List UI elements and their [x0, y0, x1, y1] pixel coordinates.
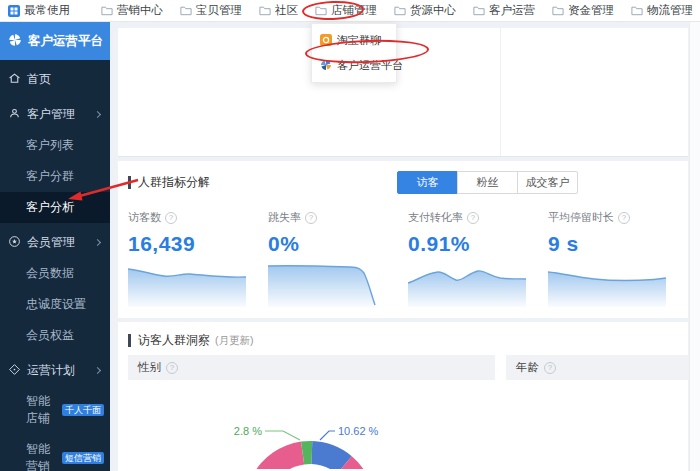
apps-grid-icon: [8, 5, 20, 17]
sidebar-item-smart-shop[interactable]: 智能店铺 千人千面: [0, 386, 110, 434]
metric-value: 0.91%: [408, 232, 548, 256]
dropdown-item-label: 客户运营平台: [337, 58, 403, 73]
metric-visitors: 访客数 ? 16,439: [128, 210, 268, 311]
badge-personalization: 千人千面: [62, 404, 104, 416]
sidebar-item-member-data[interactable]: 会员数据: [0, 258, 110, 289]
gender-donut-chart: 2.8 % 10.62 %: [128, 380, 495, 469]
home-icon: [8, 72, 21, 88]
diamond-icon: [8, 363, 21, 379]
user-icon: [8, 107, 21, 123]
metrics-section-header: 人群指标分解 访客 粉丝 成交客户: [118, 161, 688, 194]
sparkline-visitors: [128, 259, 246, 307]
info-icon[interactable]: ?: [544, 362, 556, 374]
sidebar-item-label: 智能店铺: [26, 393, 57, 427]
sidebar-item-label: 首页: [27, 71, 51, 88]
taobao-groups-icon: [320, 34, 332, 48]
topbar-item-label: 资金管理: [568, 3, 614, 18]
topbar-item-supply-center[interactable]: 货源中心: [394, 3, 456, 18]
sidebar-item-label: 客户分群: [26, 168, 74, 185]
sidebar-item-smart-marketing[interactable]: 智能营销 短信营销: [0, 434, 110, 471]
customer-operations-dropdown: 淘宝群聊 客户运营平台: [311, 23, 397, 83]
metric-avg-stay-duration: 平均停留时长 ? 9 s: [548, 210, 688, 311]
section-subtitle: (月更新): [215, 334, 254, 348]
sidebar-item-operation-plan[interactable]: 运营计划: [0, 355, 110, 386]
sidebar-item-label: 忠诚度设置: [26, 296, 86, 313]
section-title: 人群指标分解: [138, 174, 210, 191]
card-title: 性别: [138, 360, 161, 375]
section-accent-bar: [128, 176, 131, 189]
sidebar-item-customer-management[interactable]: 客户管理: [0, 99, 110, 130]
sparkline-avg-stay: [548, 259, 666, 307]
topbar-item-label: 最常使用: [24, 3, 70, 18]
folder-icon: [259, 5, 271, 16]
topbar-item-marketing-center[interactable]: 营销中心: [101, 3, 163, 18]
sidebar-item-customer-analysis[interactable]: 客户分析: [0, 192, 110, 223]
topbar-item-community[interactable]: 社区: [259, 3, 298, 18]
tab-visitors[interactable]: 访客: [397, 171, 458, 194]
chevron-right-icon: [94, 111, 101, 118]
topbar-item-label: 营销中心: [117, 3, 163, 18]
dropdown-item-label: 淘宝群聊: [337, 33, 381, 48]
folder-icon: [552, 5, 564, 16]
folder-icon: [473, 5, 485, 16]
pinwheel-logo-icon: [320, 59, 332, 73]
metric-label: 支付转化率: [408, 210, 463, 225]
sidebar-item-home[interactable]: 首页: [0, 64, 110, 95]
topbar-item-label: 宝贝管理: [196, 3, 242, 18]
topbar-item-funds-management[interactable]: 资金管理: [552, 3, 614, 18]
dropdown-item-taobao-groups[interactable]: 淘宝群聊: [312, 28, 396, 53]
topbar-item-shop-management[interactable]: 店铺管理: [315, 3, 377, 18]
section-title: 访客人群洞察: [138, 332, 210, 349]
sidebar-item-member-benefits[interactable]: 会员权益: [0, 320, 110, 351]
gender-chart-card: 性别 ? 2.8 % 10.62 %: [128, 355, 495, 469]
sidebar-item-label: 会员管理: [27, 234, 75, 251]
sidebar-item-customer-segmentation[interactable]: 客户分群: [0, 161, 110, 192]
insight-cards-row: 性别 ? 2.8 % 10.62 % 年龄 ?: [118, 349, 688, 469]
sidebar: 客户运营平台 首页 客户管理 客户列表 客户分群 客户分析 会员管理 会员数据 …: [0, 22, 110, 471]
sidebar-item-label: 客户管理: [27, 106, 75, 123]
age-chart-card: 年龄 ?: [506, 355, 688, 469]
tab-fans[interactable]: 粉丝: [457, 171, 518, 194]
gender-chart-body: 2.8 % 10.62 %: [128, 380, 495, 469]
sidebar-item-label: 运营计划: [27, 362, 75, 379]
folder-icon: [315, 5, 327, 16]
sidebar-nav: 首页 客户管理 客户列表 客户分群 客户分析 会员管理 会员数据 忠诚度设置 会…: [0, 60, 110, 471]
pinwheel-logo-icon: [8, 33, 22, 50]
sidebar-item-customer-list[interactable]: 客户列表: [0, 130, 110, 161]
metrics-row: 访客数 ? 16,439 跳失率 ? 0% 支付转化率 ?: [118, 194, 688, 311]
topbar-item-item-management[interactable]: 宝贝管理: [180, 3, 242, 18]
info-icon[interactable]: ?: [166, 362, 178, 374]
tab-paying-customers[interactable]: 成交客户: [517, 171, 578, 194]
topbar-item-customer-operations[interactable]: 客户运营: [473, 3, 535, 18]
metric-bounce-rate: 跳失率 ? 0%: [268, 210, 408, 311]
age-chart-body: [506, 380, 688, 469]
donut-label-green: 2.8 %: [234, 425, 262, 437]
sparkline-bounce-rate: [268, 259, 386, 307]
audience-tabs: 访客 粉丝 成交客户: [397, 171, 578, 194]
metric-label: 访客数: [128, 210, 161, 225]
badge-sms-marketing: 短信营销: [62, 452, 104, 464]
insight-section-header: 访客人群洞察 (月更新): [118, 322, 688, 349]
info-icon[interactable]: ?: [165, 212, 177, 224]
info-icon[interactable]: ?: [467, 212, 479, 224]
column-divider: [500, 28, 501, 156]
top-navigation-bar: 最常使用 营销中心 宝贝管理 社区 店铺管理 货源中心 客户运营 资金管理 物流…: [0, 0, 700, 22]
insight-panel: 访客人群洞察 (月更新) 性别 ? 2.8 % 10.62 %: [118, 322, 688, 471]
sidebar-item-member-management[interactable]: 会员管理: [0, 227, 110, 258]
app-title: 客户运营平台: [28, 33, 103, 50]
folder-icon: [180, 5, 192, 16]
info-icon[interactable]: ?: [305, 212, 317, 224]
topbar-item-most-used[interactable]: 最常使用: [8, 3, 70, 18]
gender-card-header: 性别 ?: [128, 355, 495, 380]
card-title: 年龄: [516, 360, 539, 375]
info-icon[interactable]: ?: [618, 212, 630, 224]
chevron-right-icon: [94, 367, 101, 374]
dropdown-item-customer-operations-platform[interactable]: 客户运营平台: [312, 53, 396, 78]
app-logo[interactable]: 客户运营平台: [0, 22, 110, 60]
topbar-item-label: 客户运营: [489, 3, 535, 18]
metric-label: 平均停留时长: [548, 210, 614, 225]
scrollbar[interactable]: [689, 22, 700, 471]
chevron-right-icon: [94, 239, 101, 246]
sidebar-item-loyalty-settings[interactable]: 忠诚度设置: [0, 289, 110, 320]
topbar-item-logistics-management[interactable]: 物流管理: [631, 3, 693, 18]
